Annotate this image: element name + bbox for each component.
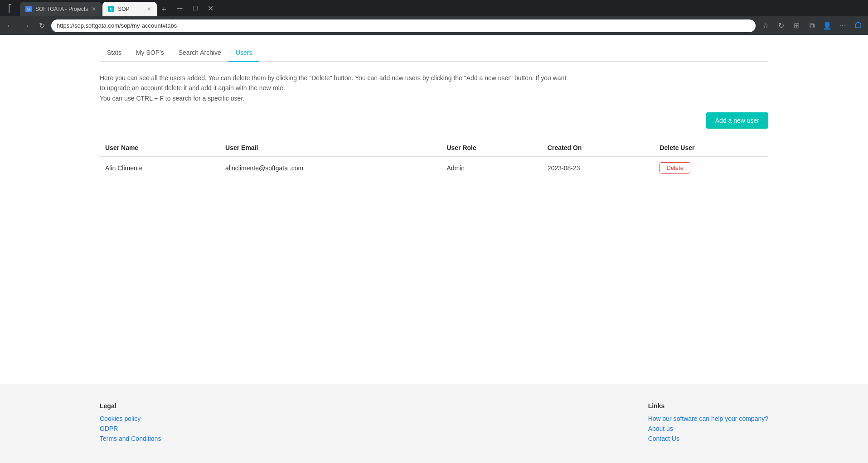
close-window-btn[interactable]: ✕ [204,2,217,14]
address-input[interactable] [51,19,756,32]
cell-role: Admin [441,156,542,179]
window-controls: ⎡ [4,2,16,14]
footer-legal-title: Legal [100,402,161,410]
col-delete: Delete User [654,140,768,156]
tab-close-sop[interactable]: ✕ [147,6,151,12]
reading-list-btn[interactable]: ⊞ [790,19,803,32]
table-body: Alin Climente alinclimente@softgata .com… [100,156,768,179]
footer-link-cookies[interactable]: Cookies policy [100,415,161,422]
browser-chrome: ⎡ S SOFTGATA - Projects ✕ S SOP ✕ + ─ □ … [0,0,868,16]
description-line-3: You can use CTRL + F to search for a spe… [100,93,571,103]
cell-username: Alin Climente [100,156,220,179]
tab-search-archive[interactable]: Search Archive [171,44,228,62]
footer-links-title: Links [648,402,768,410]
footer-link-about[interactable]: About us [648,425,768,432]
tab-projects[interactable]: S SOFTGATA - Projects ✕ [20,2,102,16]
back-button[interactable]: ← [4,20,16,32]
footer-link-software[interactable]: How our software can help your company? [648,415,768,422]
cell-created: 2023-08-23 [542,156,655,179]
tab-label-sop: SOP [118,6,129,12]
add-user-row: Add a new user [100,112,768,129]
bookmark-btn[interactable]: ☆ [759,19,772,32]
minimize-btn[interactable]: ─ [174,2,186,14]
footer-link-terms[interactable]: Terms and Conditions [100,435,161,442]
cell-email: alinclimente@softgata .com [220,156,441,179]
table-header: User Name User Email User Role Created O… [100,140,768,156]
extensions-btn[interactable]: ⧉ [805,19,818,32]
table-header-row: User Name User Email User Role Created O… [100,140,768,156]
col-created: Created On [542,140,655,156]
tab-close-projects[interactable]: ✕ [92,6,96,12]
tab-stats[interactable]: Stats [100,44,129,62]
window-btn[interactable]: ⎡ [4,2,16,14]
footer-link-gdpr[interactable]: GDPR [100,425,161,432]
tab-my-sops[interactable]: My SOP's [129,44,171,62]
footer-link-contact[interactable]: Contact Us [648,435,768,442]
col-role: User Role [441,140,542,156]
tab-bar: S SOFTGATA - Projects ✕ S SOP ✕ + [20,0,170,16]
tab-users[interactable]: Users [228,44,260,62]
page-footer: Legal Cookies policy GDPR Terms and Cond… [0,384,868,463]
table-row: Alin Climente alinclimente@softgata .com… [100,156,768,179]
footer-legal: Legal Cookies policy GDPR Terms and Cond… [100,402,161,445]
description-line-2: to upgrade an account delete it and add … [100,83,571,93]
page-content: Stats My SOP's Search Archive Users Here… [0,35,868,463]
refresh-icon-btn[interactable]: ↻ [775,19,787,32]
tab-favicon-projects: S [25,6,32,12]
tab-favicon-sop: S [108,6,114,12]
edge-logo[interactable]: ᗝ [852,19,864,32]
menu-btn[interactable]: ⋯ [836,19,849,32]
col-email: User Email [220,140,441,156]
window-toolbar-right: ─ □ ✕ [174,2,217,14]
col-username: User Name [100,140,220,156]
address-bar-row: ← → ↻ ☆ ↻ ⊞ ⧉ 👤 ⋯ ᗝ [0,16,868,35]
browser-toolbar-icons: ☆ ↻ ⊞ ⧉ 👤 ⋯ ᗝ [759,19,864,32]
footer-links: Links How our software can help your com… [648,402,768,445]
main-area: Stats My SOP's Search Archive Users Here… [0,35,868,384]
description-line-1: Here you can see all the users added. Yo… [100,73,571,83]
forward-button[interactable]: → [20,20,33,32]
profile-btn[interactable]: 👤 [821,19,834,32]
delete-user-button[interactable]: Delete [659,162,690,174]
users-table: User Name User Email User Role Created O… [100,140,768,179]
reload-button[interactable]: ↻ [36,19,48,32]
tab-sop[interactable]: S SOP ✕ [102,2,157,16]
cell-delete: Delete [654,156,768,179]
maximize-btn[interactable]: □ [189,2,202,14]
add-user-button[interactable]: Add a new user [706,112,768,129]
tabs-navigation: Stats My SOP's Search Archive Users [100,44,768,62]
tab-label-projects: SOFTGATA - Projects [35,6,88,12]
description-block: Here you can see all the users added. Yo… [100,73,571,103]
new-tab-button[interactable]: + [158,3,170,16]
